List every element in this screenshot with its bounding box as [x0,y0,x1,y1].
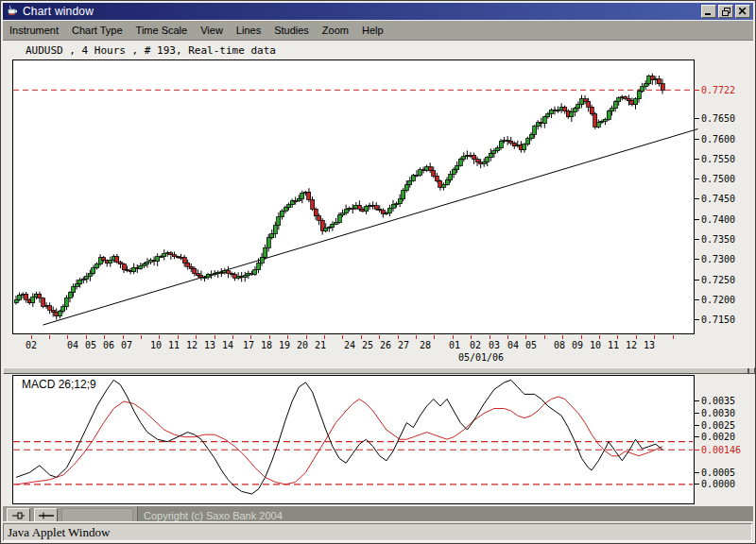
menu-item-view[interactable]: View [194,22,230,39]
toolbar-spacer [61,508,133,522]
svg-text:0.7600: 0.7600 [701,134,735,144]
svg-text:05: 05 [85,340,96,350]
svg-text:02: 02 [470,340,481,350]
svg-text:12: 12 [626,340,637,350]
svg-text:0.7450: 0.7450 [701,194,735,204]
main-plot[interactable] [12,60,694,333]
pin-tool-button[interactable] [7,508,30,522]
status-bar: Java Applet Window [3,521,753,541]
java-icon [6,4,18,19]
minimize-button[interactable] [701,5,716,18]
svg-text:21: 21 [315,340,326,350]
menu-item-lines[interactable]: Lines [230,22,267,39]
svg-text:13: 13 [204,340,215,350]
svg-text:17: 17 [243,340,254,350]
svg-text:0.7250: 0.7250 [701,275,735,285]
horizontal-line-tool-button[interactable] [34,508,58,522]
copyright-text: Copyright (c) Saxo Bank 2004 [144,510,283,521]
window-title: Chart window [23,5,94,18]
current-price-label: 0.7722 [701,85,735,95]
svg-text:0.0030: 0.0030 [701,408,735,418]
svg-text:20: 20 [297,340,308,350]
svg-text:26: 26 [380,340,391,350]
svg-text:08: 08 [554,340,565,350]
menu-item-chart-type[interactable]: Chart Type [65,22,129,39]
svg-text:12: 12 [186,340,198,350]
svg-text:0.7550: 0.7550 [701,154,735,164]
svg-text:19: 19 [279,340,290,350]
menu-item-studies[interactable]: Studies [267,22,316,39]
svg-text:0.0035: 0.0035 [701,396,735,406]
title-bar[interactable]: Chart window [3,3,753,20]
price-axis[interactable]: 0.76500.76000.75500.75000.74500.74000.73… [694,85,735,325]
macd-title: MACD 26;12;9 [22,378,96,391]
svg-text:03: 03 [489,340,500,350]
svg-text:11: 11 [168,340,180,350]
month-label: 05/01/06 [458,352,504,363]
svg-text:0.7200: 0.7200 [701,295,735,305]
scrollbar-notch [747,368,749,373]
svg-text:0.0020: 0.0020 [701,432,735,442]
svg-text:10: 10 [150,340,162,350]
svg-text:27: 27 [398,340,409,350]
svg-text:02: 02 [26,340,37,350]
svg-text:0.0025: 0.0025 [701,420,735,431]
svg-text:24: 24 [344,340,355,350]
svg-text:0.7400: 0.7400 [701,214,735,225]
status-text: Java Applet Window [8,525,110,540]
svg-text:0.7300: 0.7300 [701,254,735,264]
svg-text:0.7650: 0.7650 [701,113,735,124]
menu-item-instrument[interactable]: Instrument [3,22,65,39]
svg-text:06: 06 [103,340,114,350]
time-axis[interactable]: 0204050607101112131417181920212425262728… [26,335,673,363]
svg-text:0.7350: 0.7350 [701,234,735,245]
svg-text:13: 13 [644,340,655,350]
menu-item-time-scale[interactable]: Time Scale [129,22,195,39]
macd-axis[interactable]: 0.00350.00300.00250.00200.00050.00000.00… [694,396,741,489]
time-scrollbar[interactable] [3,367,755,374]
svg-text:25: 25 [362,340,373,350]
svg-text:0.0000: 0.0000 [701,479,735,489]
menu-item-zoom[interactable]: Zoom [316,22,355,39]
svg-text:05: 05 [525,340,537,350]
svg-text:18: 18 [261,340,272,350]
svg-text:0.7150: 0.7150 [701,314,735,325]
svg-text:07: 07 [121,340,132,350]
macd-current-label: 0.00146 [701,445,741,455]
menu-bar: InstrumentChart TypeTime ScaleViewLinesS… [3,21,753,41]
close-button[interactable] [735,5,750,18]
svg-text:01: 01 [449,340,460,350]
status-field: Java Applet Window [3,523,752,541]
svg-text:10: 10 [590,340,601,350]
chart-window: Chart window InstrumentChart TypeTime Sc… [0,0,756,544]
charts-canvas: 0.76500.76000.75500.75000.74500.74000.73… [3,41,755,505]
svg-text:04: 04 [507,340,519,350]
svg-text:04: 04 [67,340,78,350]
svg-text:11: 11 [608,340,619,350]
menu-item-help[interactable]: Help [355,22,390,39]
svg-text:09: 09 [572,340,583,350]
restore-button[interactable] [718,5,733,18]
svg-text:14: 14 [222,340,233,350]
svg-text:0.0005: 0.0005 [701,468,735,478]
chart-content: AUDUSD , 4 Hours , # 193, Real-time data… [3,41,753,503]
svg-text:28: 28 [420,340,431,350]
svg-text:0.7500: 0.7500 [701,174,735,184]
